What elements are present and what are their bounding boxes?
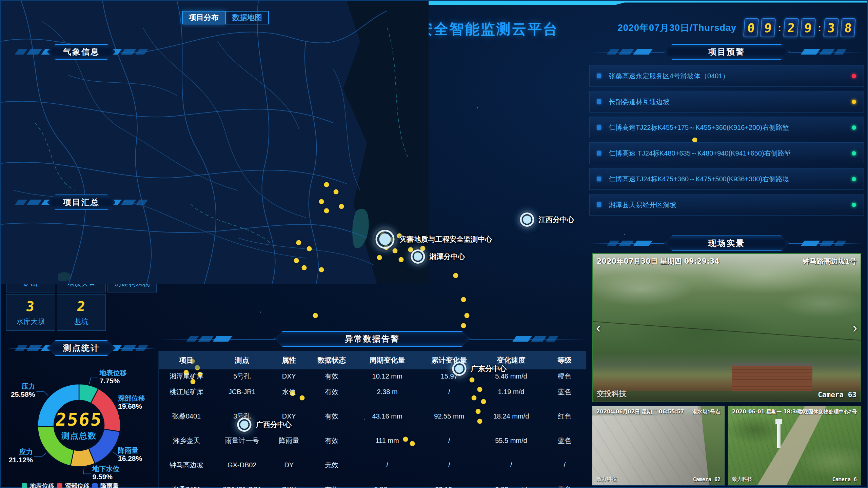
point-stats-panel: 测点统计 2565 测点总数 地表位移7.75%深部位移19.68%降雨量16.… — [6, 340, 157, 487]
donut-callout-line — [83, 468, 91, 474]
map-project-dot[interactable] — [377, 255, 382, 260]
alarm-cell: 蓝色 — [543, 485, 586, 488]
clock-digit: 9 — [760, 18, 776, 37]
alarm-table-row[interactable]: 桃江尾矿库JCB-JR1水位有效2.38 m/1.19 m/d蓝色 — [159, 380, 586, 404]
map-project-dot[interactable] — [334, 189, 339, 195]
abnormal-data-panel: 异常数据告警 项目测点属性数据状态周期变化量累计变化量变化速度等级 湘潭尾矿库5… — [158, 331, 586, 486]
map-tab-项目分布[interactable]: 项目分布 — [182, 11, 225, 24]
total-points-value: 2565 — [55, 409, 103, 430]
map-project-dot[interactable] — [319, 199, 324, 204]
warning-text: 湘潭县天易经开区滑坡 — [609, 200, 852, 209]
alarm-cell: 43.16 mm — [355, 412, 419, 420]
summary-value: 2 — [76, 299, 87, 314]
map-project-dot[interactable] — [301, 265, 307, 270]
summary-cell-empty — [107, 294, 157, 331]
camera-main-brand: 交投科技 — [597, 389, 627, 399]
map-project-dot[interactable] — [296, 240, 301, 245]
camera-prev-arrow-icon[interactable]: ‹ — [596, 321, 600, 334]
warning-text: 仁博高速 TJ24标K480+635～K480+940(K941+650)右侧路… — [609, 149, 852, 158]
live-camera-panel: 现场实景 2020年07月30日 星期四 09:29:34 钟马路高边坡1号 交… — [589, 236, 864, 486]
alarm-col-header-属性: 属性 — [270, 355, 308, 365]
alarm-cell: 18.24 mm/d — [479, 412, 543, 420]
alarm-cell: 水位 — [270, 387, 308, 396]
warning-row[interactable]: 湘潭县天易经开区滑坡 — [589, 194, 864, 216]
clock-colon: : — [818, 22, 821, 34]
date-label: 2020年07月30日/Thursday — [618, 22, 736, 34]
alarm-cell: 111 mm — [355, 437, 419, 445]
alarm-table-row[interactable]: 张桑04013号孔DXY有效43.16 mm92.55 mm18.24 mm/d… — [159, 404, 586, 428]
map-project-dot[interactable] — [339, 204, 344, 209]
warning-bullet-icon — [597, 99, 601, 104]
warning-row[interactable]: 长韶娄道林互通边坡 — [589, 91, 864, 113]
alarm-cell: 有效 — [308, 387, 355, 396]
alarm-cell: 5号孔 — [214, 369, 270, 380]
camera-small-1-label: 泄水坝1号点 — [692, 409, 721, 415]
map-project-dot[interactable] — [324, 182, 329, 187]
clock-digit: 3 — [823, 18, 839, 37]
map-project-dot[interactable] — [324, 208, 329, 214]
alarm-cell: / — [419, 388, 479, 396]
camera-small-1-id: Camera 62 — [693, 476, 721, 483]
stats-panel-title: 测点统计 — [47, 340, 116, 356]
map-project-dot[interactable] — [398, 257, 403, 262]
map-marker-label: 灾害地质与工程安全监测中心 — [399, 235, 429, 244]
camera-main-timestamp: 2020年07月30日 星期四 09:29:34 — [597, 257, 719, 266]
alarm-table-row[interactable]: 张桑0401ZS0401-DB1DXY有效8.86 mm23.16mm3.83 … — [159, 477, 586, 488]
map-tab-数据地图[interactable]: 数据地图 — [225, 11, 269, 24]
legend-item-深部位移[interactable]: 深部位移 — [57, 482, 92, 488]
camera-main[interactable]: 2020年07月30日 星期四 09:29:34 钟马路高边坡1号 交投科技 C… — [592, 253, 861, 402]
alarm-col-header-等级: 等级 — [543, 355, 586, 365]
camera-small-2-scene — [728, 406, 861, 485]
alarm-cell: 3.83 mm/d — [479, 486, 543, 488]
alarm-cell: 蓝色 — [543, 387, 586, 396]
alarm-cell: 橙色 — [543, 369, 586, 380]
camera-small-1[interactable]: 2020年06月02日 星期二 06:55:57 泄水坝1号点 致力科技 Cam… — [592, 406, 725, 486]
stats-panel-header: 测点统计 — [6, 340, 157, 356]
legend-label: 深部位移 — [65, 482, 90, 488]
summary-cell-基坑[interactable]: 2基坑 — [57, 294, 106, 331]
alarm-cell: 蓝色 — [543, 436, 586, 445]
map-project-dot[interactable] — [294, 258, 299, 263]
alarm-table-row[interactable]: 湘潭尾矿库5号孔DXY有效10.12 mm15.975.46 mm/d橙色 — [159, 369, 586, 380]
camera-small-2-timestamp: 2020-06-01 星期一 18:36:41 — [732, 409, 809, 415]
warning-row[interactable]: 张桑高速永定服务区4号滑坡体（0401） — [589, 65, 864, 87]
warning-row[interactable]: 仁博高速TJ22标K455+175～K455+360(K916+200)右侧路堑 — [589, 117, 864, 138]
alarm-cell: 张桑0401 — [159, 485, 214, 488]
alarm-cell: 张桑0401 — [159, 412, 214, 421]
alarm-table-row[interactable]: 钟马高边坡GX-DB02DY无效//// — [159, 453, 586, 477]
alarm-cell: JCB-JR1 — [214, 388, 270, 396]
alarm-cell: ZS0401-DB1 — [214, 486, 270, 488]
legend-item-降雨量[interactable]: 降雨量 — [92, 482, 127, 488]
summary-cell-水库大坝[interactable]: 3水库大坝 — [6, 294, 55, 331]
map-project-dot[interactable] — [307, 246, 312, 251]
summary-label: 基坑 — [74, 317, 88, 326]
warning-text: 张桑高速永定服务区4号滑坡体（0401） — [609, 72, 852, 81]
legend-item-地表位移[interactable]: 地表位移 — [22, 482, 57, 488]
warning-row[interactable]: 仁博高速TJ24标K475+360～K475+500(K936+300)右侧路堤 — [589, 168, 864, 190]
alarm-cell: / — [419, 437, 479, 445]
legend-label: 地表位移 — [30, 482, 54, 488]
clock-colon: : — [778, 22, 781, 34]
warning-bullet-icon — [597, 125, 601, 130]
alarm-table-row[interactable]: 湘乡壶天雨量计一号降雨量有效111 mm/55.5 mm/d蓝色 — [159, 428, 586, 453]
clock-digit: 2 — [783, 18, 799, 37]
camera-small-1-scene — [592, 406, 725, 485]
alarm-cell: 55.5 mm/d — [479, 437, 543, 445]
warning-list: 张桑高速永定服务区4号滑坡体（0401）长韶娄道林互通边坡仁博高速TJ22标K4… — [589, 65, 864, 216]
marker-ring-icon — [372, 227, 397, 252]
warning-text: 仁博高速TJ24标K475+360～K475+500(K936+300)右侧路堤 — [609, 175, 852, 184]
alarm-cell: GX-DB02 — [214, 461, 270, 469]
dashboard-root: 日常管理应急响应简介功能模块 灾害地质与工程安全智能监测云平台 2020年07月… — [0, 0, 868, 488]
camera-next-arrow-icon[interactable]: › — [853, 321, 857, 334]
camera-small-2[interactable]: 2020-06-01 星期一 18:36:41 娄底固体废物处理中心2号 致力科… — [728, 406, 861, 486]
header-right: 2020年07月30日/Thursday 09:29:38 — [618, 18, 855, 37]
alarm-cell: 有效 — [308, 485, 355, 488]
map-marker-湘潭分中心[interactable]: 湘潭分中心 — [408, 247, 429, 266]
warning-row[interactable]: 仁博高速 TJ24标K480+635～K480+940(K941+650)右侧路… — [589, 142, 864, 164]
donut-label-深部位移: 深部位移19.68% — [118, 394, 145, 410]
donut-callout-line — [36, 391, 48, 395]
alarm-cell: 湘乡壶天 — [159, 436, 214, 445]
digital-clock: 09:29:38 — [744, 18, 855, 37]
map-project-dot[interactable] — [319, 267, 324, 272]
camera-small-2-id: Camera 6 — [832, 476, 857, 483]
